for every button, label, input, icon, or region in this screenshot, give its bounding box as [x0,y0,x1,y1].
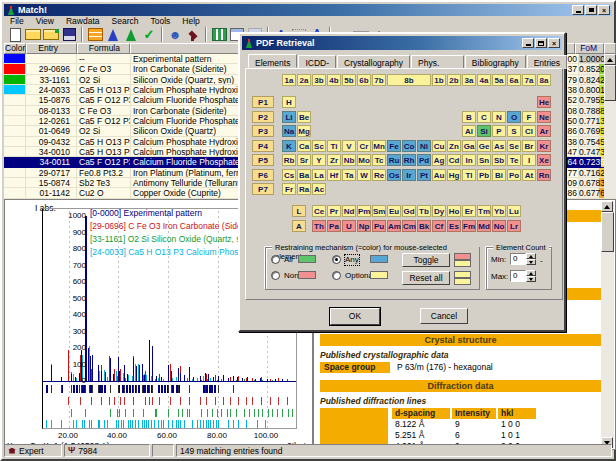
tab-bibliography[interactable]: Bibliography [465,55,526,69]
element-H[interactable]: H [282,96,296,108]
column-header-color[interactable]: Color [4,43,26,54]
element-U[interactable]: U [342,220,356,232]
column-header-formula[interactable]: Formula [77,43,131,54]
element-C[interactable]: C [477,111,491,123]
element-Sc[interactable]: Sc [312,140,326,152]
element-Ne[interactable]: Ne [537,111,551,123]
element-As[interactable]: As [492,140,506,152]
element-Fe[interactable]: Fe [387,140,401,152]
element-Bi[interactable]: Bi [492,169,506,181]
element-Pa[interactable]: Pa [327,220,341,232]
element-Rn[interactable]: Rn [537,169,551,181]
element-La[interactable]: La [312,169,326,181]
menu-item-rawdata[interactable]: Rawdata [60,16,106,26]
element-Al[interactable]: Al [462,125,476,137]
radio-any[interactable] [332,255,341,264]
element-Dy[interactable]: Dy [432,205,446,217]
element-Tc[interactable]: Tc [372,154,386,166]
radio-none[interactable] [271,271,280,280]
element-Md[interactable]: Md [477,220,491,232]
element-No[interactable]: No [492,220,506,232]
element-Ni[interactable]: Ni [417,140,431,152]
radio-all[interactable] [271,255,280,264]
answer-table-icon[interactable] [86,27,104,43]
element-I[interactable]: I [522,154,536,166]
cancel-button[interactable]: Cancel [420,308,468,324]
reset-all-button[interactable]: Reset all [402,271,450,285]
element-Sm[interactable]: Sm [372,205,386,217]
element-Hg[interactable]: Hg [447,169,461,181]
pattern-blue-icon[interactable] [104,27,122,43]
element-Po[interactable]: Po [507,169,521,181]
expert-mode-icon[interactable] [184,27,202,43]
element-B[interactable]: B [462,111,476,123]
tab-elements[interactable]: Elements [248,54,297,68]
element-Sn[interactable]: Sn [477,154,491,166]
element-Ba[interactable]: Ba [297,169,311,181]
column-header-fom[interactable]: FoM [575,43,604,54]
element-Lu[interactable]: Lu [507,205,521,217]
element-N[interactable]: N [492,111,506,123]
open-folder-icon[interactable] [24,27,42,43]
ok-button[interactable]: OK [330,308,380,325]
element-Mg[interactable]: Mg [297,125,311,137]
restore-button[interactable] [585,5,597,15]
datasheet-scroll-up-icon[interactable] [601,201,613,212]
element-Np[interactable]: Np [357,220,371,232]
element-S[interactable]: S [507,125,521,137]
element-Ar[interactable]: Ar [537,125,551,137]
column-header-entry[interactable]: Entry [26,43,77,54]
import-folder-icon[interactable] [42,27,60,43]
element-Re[interactable]: Re [372,169,386,181]
element-Am[interactable]: Am [387,220,401,232]
element-F[interactable]: F [522,111,536,123]
element-Co[interactable]: Co [402,140,416,152]
element-Li[interactable]: Li [282,111,296,123]
element-Fm[interactable]: Fm [462,220,476,232]
element-Mo[interactable]: Mo [357,154,371,166]
element-Ca[interactable]: Ca [297,140,311,152]
menu-item-search[interactable]: Search [106,16,145,26]
element-V[interactable]: V [342,140,356,152]
element-Zn[interactable]: Zn [447,140,461,152]
radio-any-label[interactable]: Any [345,255,359,265]
element-Tm[interactable]: Tm [477,205,491,217]
menu-item-view[interactable]: View [30,16,60,26]
element-Bk[interactable]: Bk [417,220,431,232]
menu-item-file[interactable]: File [4,16,30,26]
element-Na[interactable]: Na [282,125,296,137]
element-Ho[interactable]: Ho [447,205,461,217]
max-spin-down-icon[interactable] [526,276,536,282]
element-Si[interactable]: Si [477,125,491,137]
tab-crystallography[interactable]: Crystallography [337,55,410,69]
close-button[interactable]: × [598,5,610,15]
menu-item-tools[interactable]: Tools [144,16,176,26]
minimize-button[interactable] [572,5,584,15]
save-icon[interactable] [60,27,78,43]
element-Cl[interactable]: Cl [522,125,536,137]
element-Ta[interactable]: Ta [342,169,356,181]
element-Nd[interactable]: Nd [342,205,356,217]
candidate-list-icon[interactable] [210,27,228,43]
element-Rh[interactable]: Rh [402,154,416,166]
element-Cd[interactable]: Cd [447,154,461,166]
element-Pt[interactable]: Pt [417,169,431,181]
element-K[interactable]: K [282,140,296,152]
element-Mn[interactable]: Mn [372,140,386,152]
element-Ce[interactable]: Ce [312,205,326,217]
max-field[interactable]: 0 [510,270,526,282]
element-Ac[interactable]: Ac [312,183,326,195]
tab-entries[interactable]: Entries [527,55,567,69]
element-Es[interactable]: Es [447,220,461,232]
dialog-minimize-button[interactable] [522,38,534,48]
radio-optional[interactable] [332,271,341,280]
element-Br[interactable]: Br [522,140,536,152]
datasheet-scrollbar[interactable] [601,201,614,448]
element-In[interactable]: In [462,154,476,166]
element-He[interactable]: He [537,96,551,108]
element-Xe[interactable]: Xe [537,154,551,166]
element-Sb[interactable]: Sb [492,154,506,166]
min-spinner[interactable] [526,253,536,265]
element-Nb[interactable]: Nb [342,154,356,166]
element-Pd[interactable]: Pd [417,154,431,166]
